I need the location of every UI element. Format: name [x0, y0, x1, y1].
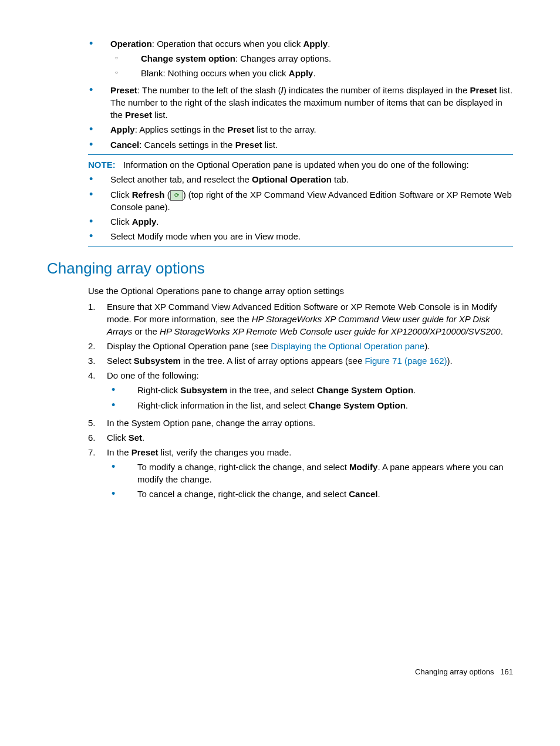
refresh-icon: ⟳	[170, 190, 183, 201]
intro-text: Use the Optional Operations pane to chan…	[88, 285, 513, 297]
list-item: • Preset: The number to the left of the …	[88, 84, 513, 121]
note-text: Information on the Optional Operation pa…	[123, 158, 469, 171]
list-item-content: Operation: Operation that occurs when yo…	[110, 38, 513, 82]
step-number: 2.	[88, 340, 107, 352]
page-number: 161	[500, 667, 513, 676]
step-number: 6.	[88, 431, 107, 444]
note-block: NOTE: Information on the Optional Operat…	[88, 158, 513, 171]
step: 3. Select Subsystem in the tree. A list …	[88, 355, 513, 367]
sub-step-list: • Right-click Subsystem in the tree, and…	[107, 384, 513, 411]
footer-title: Changing array options	[415, 667, 494, 676]
bullet-icon: •	[107, 399, 137, 412]
list-item: • To cancel a change, right-click the ch…	[107, 488, 513, 501]
section-heading: Changing array options	[47, 258, 513, 279]
bullet-icon: •	[88, 139, 110, 151]
bullet-icon: •	[107, 461, 137, 485]
list-item: ○ Change system option: Changes array op…	[110, 52, 513, 65]
step: 2. Display the Optional Operation pane (…	[88, 340, 513, 352]
list-item: • To modify a change, right-click the ch…	[107, 461, 513, 485]
list-item: • Right-click information in the list, a…	[107, 399, 513, 412]
list-item: • Click Apply.	[88, 215, 513, 228]
step: 5. In the System Option pane, change the…	[88, 417, 513, 429]
step: 7. In the Preset list, verify the change…	[88, 446, 513, 503]
bullet-icon: •	[88, 123, 110, 136]
circle-bullet-icon: ○	[110, 52, 141, 65]
list-item: • Select another tab, and reselect the O…	[88, 173, 513, 186]
list-item: • Apply: Applies settings in the Preset …	[88, 123, 513, 136]
note-label: NOTE:	[88, 158, 123, 171]
divider	[88, 247, 513, 247]
bullet-icon: •	[88, 230, 110, 243]
definition-list: • Operation: Operation that occurs when …	[88, 38, 513, 151]
bullet-icon: •	[88, 188, 110, 213]
step-number: 7.	[88, 446, 107, 503]
list-item: • Operation: Operation that occurs when …	[88, 38, 513, 82]
bullet-icon: •	[88, 173, 110, 186]
step-number: 3.	[88, 355, 107, 367]
step-number: 4.	[88, 369, 107, 414]
step: 1. Ensure that XP Command View Advanced …	[88, 301, 513, 337]
bullet-icon: •	[88, 215, 110, 228]
bullet-icon: •	[88, 84, 110, 121]
step: 4. Do one of the following: • Right-clic…	[88, 369, 513, 414]
page-footer: Changing array options 161	[47, 667, 513, 677]
sub-step-list: • To modify a change, right-click the ch…	[107, 461, 513, 501]
sub-list: ○ Change system option: Changes array op…	[110, 52, 513, 79]
step-number: 5.	[88, 417, 107, 429]
note-list: • Select another tab, and reselect the O…	[88, 173, 513, 243]
term: Operation	[110, 39, 152, 49]
list-item: • Right-click Subsystem in the tree, and…	[107, 384, 513, 397]
list-item: ○ Blank: Nothing occurs when you click A…	[110, 67, 513, 79]
procedure-list: 1. Ensure that XP Command View Advanced …	[88, 301, 513, 502]
circle-bullet-icon: ○	[110, 67, 141, 79]
list-item: • Click Refresh (⟳) (top right of the XP…	[88, 188, 513, 213]
cross-reference-link[interactable]: Figure 71 (page 162)	[365, 356, 447, 366]
step-number: 1.	[88, 301, 107, 337]
divider	[88, 154, 513, 155]
list-item: • Select Modify mode when you are in Vie…	[88, 230, 513, 243]
bullet-icon: •	[88, 38, 110, 82]
bullet-icon: •	[107, 384, 137, 397]
step: 6. Click Set.	[88, 431, 513, 444]
bullet-icon: •	[107, 488, 137, 501]
list-item: • Cancel: Cancels settings in the Preset…	[88, 139, 513, 151]
cross-reference-link[interactable]: Displaying the Optional Operation pane	[271, 341, 424, 351]
